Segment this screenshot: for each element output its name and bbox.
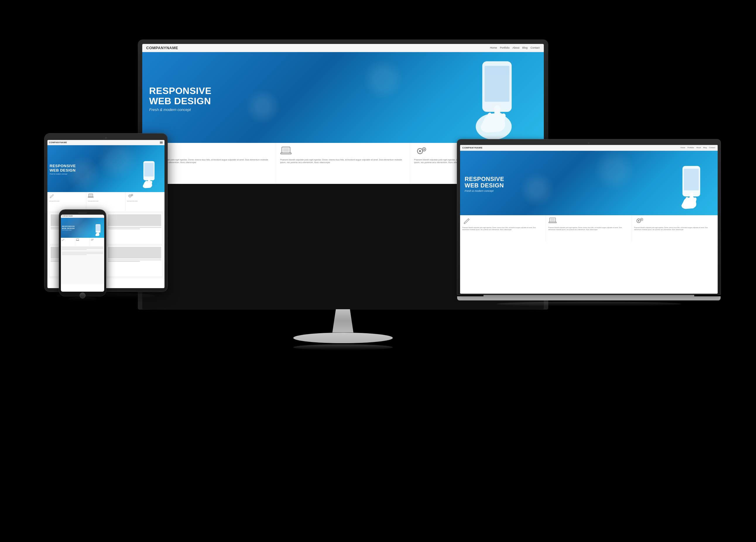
svg-rect-7 (281, 153, 291, 154)
feature-laptop-text: Praesent blandit vulputate justo eget eg… (280, 158, 406, 164)
phone-phone-hand-icon (92, 224, 104, 238)
laptop-feature-pencil-text: Praesent blandit vulputate justo eget eg… (462, 226, 544, 231)
tablet-pencil-icon (49, 193, 54, 200)
monitor-stand-neck (325, 309, 361, 333)
laptop-nav: COMPANYNAME Home Portfolio About Blog Co… (460, 145, 718, 151)
phone-hero-text: RESPONSIVE WEB DESIGN Fresh & modern con… (61, 224, 75, 231)
phone-features (61, 238, 104, 246)
phone-nav: COMPANYNAME (61, 215, 104, 218)
svg-rect-37 (549, 222, 556, 223)
phone-pencil-icon (61, 238, 64, 241)
laptop-feature-gears-text: Praesent blandit vulputate justo eget eg… (634, 226, 715, 231)
monitor-nav-links: Home Portfolio About Blog Contact (490, 46, 540, 49)
svg-point-41 (641, 219, 642, 220)
tablet-hero-text: RESPONSIVE WEB DESIGN Fresh & modern con… (47, 162, 76, 175)
monitor-hero-title: RESPONSIVE WEB DESIGN (149, 86, 212, 106)
laptop-feature-gears: Praesent blandit vulputate justo eget eg… (632, 215, 718, 241)
phone-hero-subtitle: Fresh & modern concept (62, 229, 75, 231)
laptop-features: Praesent blandit vulputate justo eget eg… (460, 215, 718, 241)
svg-point-30 (92, 238, 93, 239)
svg-rect-36 (551, 218, 555, 221)
phone-hand-svg (462, 58, 532, 143)
svg-rect-18 (88, 197, 93, 197)
laptop-feature-pencil: Praesent blandit vulputate justo eget eg… (460, 215, 546, 241)
tablet-phone-hand-icon (136, 160, 162, 192)
svg-point-11 (423, 148, 425, 150)
tablet-nav: COMPANYNAME (47, 140, 164, 145)
svg-rect-15 (148, 178, 150, 183)
laptop-hero-text: RESPONSIVE WEB DESIGN Fresh & modern con… (460, 173, 504, 192)
laptop-logo: COMPANYNAME (462, 146, 483, 149)
svg-rect-26 (97, 231, 98, 234)
tablet-logo: COMPANYNAME (49, 141, 67, 143)
phone-lower-content (61, 246, 104, 284)
svg-point-9 (419, 150, 421, 152)
laptop-feature-laptop: Praesent blandit vulputate justo eget eg… (546, 215, 632, 241)
phone-logo: COMPANYNAME (62, 215, 73, 217)
tablet-feature-gears: Lorem ipsum dolor sit amet (126, 192, 164, 211)
monitor-hero: RESPONSIVE WEB DESIGN Fresh & modern con… (142, 52, 544, 143)
phone-gears-icon (90, 238, 94, 241)
tablet-card-2 (107, 213, 163, 244)
scene: COMPANYNAME Home Portfolio About Blog Co… (27, 22, 729, 520)
svg-rect-4 (494, 105, 500, 120)
svg-point-29 (91, 239, 93, 240)
laptop-base (457, 296, 721, 301)
laptop-lid: COMPANYNAME Home Portfolio About Blog Co… (457, 139, 721, 295)
phone-home-button (80, 293, 85, 299)
monitor-logo: COMPANYNAME (146, 46, 178, 50)
tablet-feature-laptop: Lorem ipsum dolor sit amet (86, 192, 126, 211)
tablet-hero-subtitle: Fresh & modern concept (50, 173, 76, 175)
svg-rect-17 (89, 194, 92, 196)
svg-rect-27 (76, 238, 79, 240)
phone-screen: COMPANYNAME RESPONSIVE WEB DESIGN Fresh … (61, 215, 104, 292)
svg-point-20 (129, 195, 131, 196)
tablet-hero: RESPONSIVE WEB DESIGN Fresh & modern con… (47, 145, 164, 192)
gears-icon (414, 146, 428, 157)
monitor-hero-text: RESPONSIVE WEB DESIGN Fresh & modern con… (142, 83, 212, 112)
laptop-hero: RESPONSIVE WEB DESIGN Fresh & modern con… (460, 151, 718, 215)
laptop-pencil-icon (462, 217, 470, 226)
laptop-device: COMPANYNAME Home Portfolio About Blog Co… (457, 139, 721, 324)
laptop-gears-icon (634, 217, 645, 226)
laptop-camera (588, 142, 589, 144)
svg-point-39 (638, 220, 639, 221)
svg-rect-1 (484, 66, 509, 102)
phone-feature-gears (90, 238, 104, 246)
svg-rect-24 (96, 225, 100, 231)
monitor-site-nav: COMPANYNAME Home Portfolio About Blog Co… (142, 44, 544, 52)
svg-rect-32 (684, 169, 699, 190)
phone-feature-laptop (75, 238, 90, 246)
phone-hero: RESPONSIVE WEB DESIGN Fresh & modern con… (61, 218, 104, 238)
laptop-nav-links: Home Portfolio About Blog Contact (680, 147, 715, 148)
feature-laptop-sm: Praesent blandit vulputate justo eget eg… (276, 143, 410, 184)
laptop-laptop-icon (548, 217, 557, 226)
tablet-hero-title: RESPONSIVE WEB DESIGN (50, 164, 76, 172)
phone-feature-pencil (61, 238, 75, 246)
monitor-stand-base (293, 333, 393, 343)
svg-rect-34 (690, 192, 693, 201)
phone-device: COMPANYNAME RESPONSIVE WEB DESIGN Fresh … (59, 210, 106, 301)
tablet-feature-pencil: Lorem ipsum dolor sit amet (47, 192, 87, 211)
phone-outer: COMPANYNAME RESPONSIVE WEB DESIGN Fresh … (59, 210, 106, 296)
laptop-hinge (484, 295, 694, 296)
phone-hero-title: RESPONSIVE WEB DESIGN (62, 225, 75, 229)
hamburger-icon (160, 141, 163, 143)
laptop-screen: COMPANYNAME Home Portfolio About Blog Co… (460, 145, 718, 294)
monitor-hero-subtitle: Fresh & modern concept (149, 107, 212, 112)
laptop-small-icon (280, 146, 292, 157)
monitor-phone-hand-icon (462, 58, 532, 143)
laptop-reflection (497, 302, 681, 306)
laptop-feature-laptop-text: Praesent blandit vulputate justo eget eg… (548, 226, 629, 231)
svg-rect-6 (283, 148, 289, 152)
laptop-phone-hand-icon (671, 164, 712, 215)
phone-speaker (78, 212, 87, 213)
svg-rect-28 (76, 240, 79, 240)
monitor-stand-reflection (293, 344, 393, 350)
svg-rect-13 (144, 163, 153, 176)
tablet-gears-icon (127, 193, 134, 200)
phone-laptop-icon (76, 238, 79, 241)
tablet-card-4 (107, 245, 163, 277)
laptop-hero-title: RESPONSIVE WEB DESIGN (465, 176, 504, 188)
laptop-hero-subtitle: Fresh & modern concept (465, 189, 504, 192)
